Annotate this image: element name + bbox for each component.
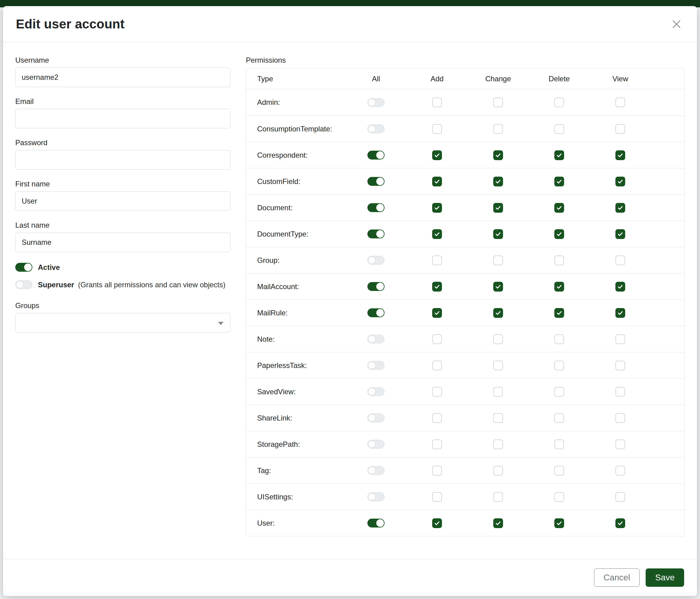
delete-checkbox[interactable] <box>554 256 564 265</box>
superuser-toggle[interactable] <box>15 280 32 289</box>
delete-checkbox[interactable] <box>554 387 564 397</box>
all-toggle[interactable] <box>368 203 384 212</box>
view-checkbox[interactable] <box>616 466 625 476</box>
add-checkbox[interactable] <box>432 387 442 397</box>
add-checkbox[interactable] <box>432 413 442 423</box>
all-toggle[interactable] <box>368 361 384 370</box>
change-checkbox[interactable] <box>493 203 503 213</box>
permission-row: PaperlessTask: <box>246 352 684 378</box>
view-checkbox[interactable] <box>616 334 625 344</box>
delete-checkbox[interactable] <box>554 203 564 213</box>
delete-checkbox[interactable] <box>554 492 564 502</box>
dialog-footer: Cancel Save <box>3 559 697 596</box>
add-checkbox[interactable] <box>432 203 442 213</box>
username-input[interactable] <box>15 68 231 87</box>
add-checkbox[interactable] <box>432 308 442 318</box>
view-checkbox[interactable] <box>616 177 625 186</box>
view-checkbox[interactable] <box>616 282 625 291</box>
view-checkbox[interactable] <box>616 492 625 502</box>
add-checkbox[interactable] <box>432 256 442 265</box>
close-icon[interactable] <box>669 17 684 32</box>
add-checkbox[interactable] <box>432 439 442 449</box>
change-checkbox[interactable] <box>493 439 503 449</box>
view-checkbox[interactable] <box>616 308 625 318</box>
all-toggle[interactable] <box>368 124 384 133</box>
add-checkbox[interactable] <box>432 361 442 370</box>
change-checkbox[interactable] <box>493 387 503 397</box>
add-checkbox[interactable] <box>432 282 442 291</box>
delete-checkbox[interactable] <box>554 177 564 186</box>
permission-row: CustomField: <box>246 168 684 194</box>
change-checkbox[interactable] <box>493 518 503 528</box>
change-checkbox[interactable] <box>493 413 503 423</box>
groups-select[interactable] <box>15 313 231 333</box>
change-checkbox[interactable] <box>493 97 503 107</box>
all-toggle[interactable] <box>368 466 384 475</box>
view-checkbox[interactable] <box>616 518 625 528</box>
view-checkbox[interactable] <box>616 439 625 449</box>
view-checkbox[interactable] <box>616 150 625 160</box>
change-checkbox[interactable] <box>493 256 503 265</box>
all-toggle[interactable] <box>368 177 384 186</box>
change-checkbox[interactable] <box>493 334 503 344</box>
add-checkbox[interactable] <box>432 492 442 502</box>
view-checkbox[interactable] <box>616 387 625 397</box>
change-checkbox[interactable] <box>493 466 503 476</box>
view-checkbox[interactable] <box>616 413 625 423</box>
add-checkbox[interactable] <box>432 334 442 344</box>
permission-type-label: ShareLink: <box>257 414 345 422</box>
add-checkbox[interactable] <box>432 97 442 107</box>
all-toggle[interactable] <box>368 256 384 265</box>
delete-checkbox[interactable] <box>554 97 564 107</box>
delete-checkbox[interactable] <box>554 361 564 370</box>
email-input[interactable] <box>15 109 231 128</box>
all-toggle[interactable] <box>368 492 384 501</box>
change-checkbox[interactable] <box>493 361 503 370</box>
change-checkbox[interactable] <box>493 492 503 502</box>
all-toggle[interactable] <box>368 308 384 317</box>
add-checkbox[interactable] <box>432 466 442 476</box>
view-checkbox[interactable] <box>616 124 625 134</box>
delete-checkbox[interactable] <box>554 334 564 344</box>
save-button[interactable]: Save <box>646 569 684 587</box>
add-checkbox[interactable] <box>432 150 442 160</box>
cancel-button[interactable]: Cancel <box>594 569 640 587</box>
delete-checkbox[interactable] <box>554 466 564 476</box>
view-checkbox[interactable] <box>616 229 625 239</box>
first-name-input[interactable] <box>15 191 231 211</box>
all-toggle[interactable] <box>368 282 384 291</box>
delete-checkbox[interactable] <box>554 518 564 528</box>
password-input[interactable] <box>15 150 231 170</box>
add-checkbox[interactable] <box>432 229 442 239</box>
change-checkbox[interactable] <box>493 308 503 318</box>
view-checkbox[interactable] <box>616 256 625 265</box>
change-checkbox[interactable] <box>493 150 503 160</box>
change-checkbox[interactable] <box>493 177 503 186</box>
view-checkbox[interactable] <box>616 97 625 107</box>
change-checkbox[interactable] <box>493 282 503 291</box>
view-checkbox[interactable] <box>616 361 625 370</box>
add-checkbox[interactable] <box>432 177 442 186</box>
delete-checkbox[interactable] <box>554 439 564 449</box>
view-checkbox[interactable] <box>616 203 625 213</box>
delete-checkbox[interactable] <box>554 124 564 134</box>
all-toggle[interactable] <box>368 98 384 107</box>
all-toggle[interactable] <box>368 440 384 449</box>
all-toggle[interactable] <box>368 230 384 238</box>
all-toggle[interactable] <box>368 335 384 343</box>
all-toggle[interactable] <box>368 151 384 160</box>
add-checkbox[interactable] <box>432 518 442 528</box>
change-checkbox[interactable] <box>493 229 503 239</box>
last-name-input[interactable] <box>15 233 231 252</box>
all-toggle[interactable] <box>368 413 384 422</box>
delete-checkbox[interactable] <box>554 150 564 160</box>
all-toggle[interactable] <box>368 519 384 527</box>
delete-checkbox[interactable] <box>554 308 564 318</box>
delete-checkbox[interactable] <box>554 282 564 291</box>
add-checkbox[interactable] <box>432 124 442 134</box>
active-toggle[interactable] <box>15 263 32 272</box>
delete-checkbox[interactable] <box>554 229 564 239</box>
change-checkbox[interactable] <box>493 124 503 134</box>
all-toggle[interactable] <box>368 387 384 396</box>
delete-checkbox[interactable] <box>554 413 564 423</box>
